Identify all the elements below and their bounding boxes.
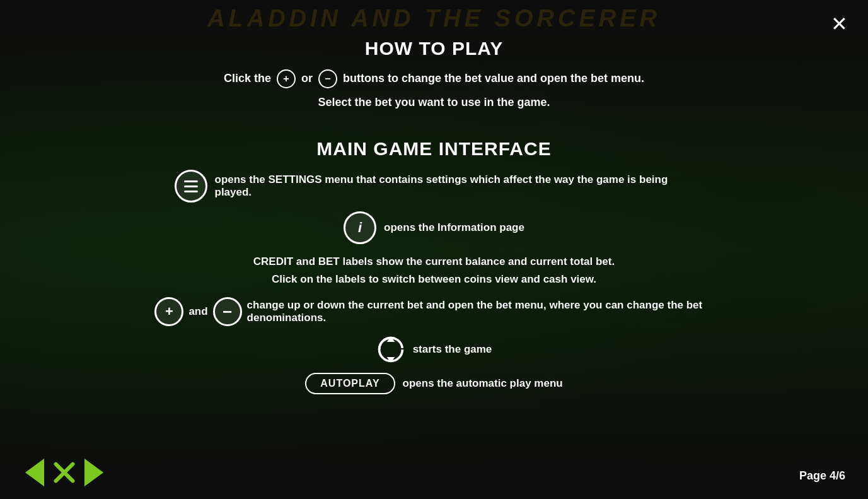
how-to-play-line2: Select the bet you want to use in the ga…	[151, 93, 718, 112]
info-icon: i	[344, 211, 376, 244]
autoplay-text: opens the automatic play menu	[403, 377, 563, 390]
bet-change-text: change up or down the current bet and op…	[247, 299, 714, 324]
spin-icon	[376, 335, 405, 364]
info-row: i opens the Information page	[151, 211, 718, 244]
hamburger-icon	[175, 170, 207, 203]
main-game-title: MAIN GAME INTERFACE	[151, 138, 718, 160]
minus-icon: −	[213, 297, 242, 326]
how-to-play-section: HOW TO PLAY Click the + or − buttons to …	[151, 38, 718, 112]
autoplay-button[interactable]: AUTOPLAY	[305, 373, 395, 394]
plus-icon: +	[154, 297, 183, 326]
divider-1	[151, 118, 718, 138]
main-game-interface-section: MAIN GAME INTERFACE opens the SETTINGS m…	[151, 138, 718, 394]
credit-bet-text: CREDIT and BET labels show the current b…	[151, 253, 718, 288]
info-text: opens the Information page	[384, 221, 524, 234]
how-to-play-line1: Click the + or − buttons to change the b…	[151, 69, 718, 88]
next-page-button[interactable]	[84, 459, 103, 486]
settings-row: opens the SETTINGS menu that contains se…	[151, 170, 718, 203]
spin-row: starts the game	[151, 335, 718, 364]
hamburger-lines	[184, 180, 198, 192]
and-text: and	[188, 305, 207, 318]
bet-change-row: + and − change up or down the current be…	[151, 297, 718, 326]
close-button[interactable]: ✕	[825, 10, 853, 38]
spin-text: starts the game	[413, 343, 492, 356]
main-content: HOW TO PLAY Click the + or − buttons to …	[151, 0, 718, 394]
plus-icon-inline: +	[277, 69, 296, 88]
prev-page-button[interactable]	[25, 459, 44, 486]
settings-text: opens the SETTINGS menu that contains se…	[215, 173, 694, 199]
minus-icon-inline: −	[318, 69, 337, 88]
bottom-navigation	[25, 459, 103, 486]
how-to-play-title: HOW TO PLAY	[151, 38, 718, 59]
autoplay-row: AUTOPLAY opens the automatic play menu	[151, 373, 718, 394]
page-indicator: Page 4/6	[799, 469, 845, 483]
close-nav-button[interactable]	[50, 459, 78, 486]
